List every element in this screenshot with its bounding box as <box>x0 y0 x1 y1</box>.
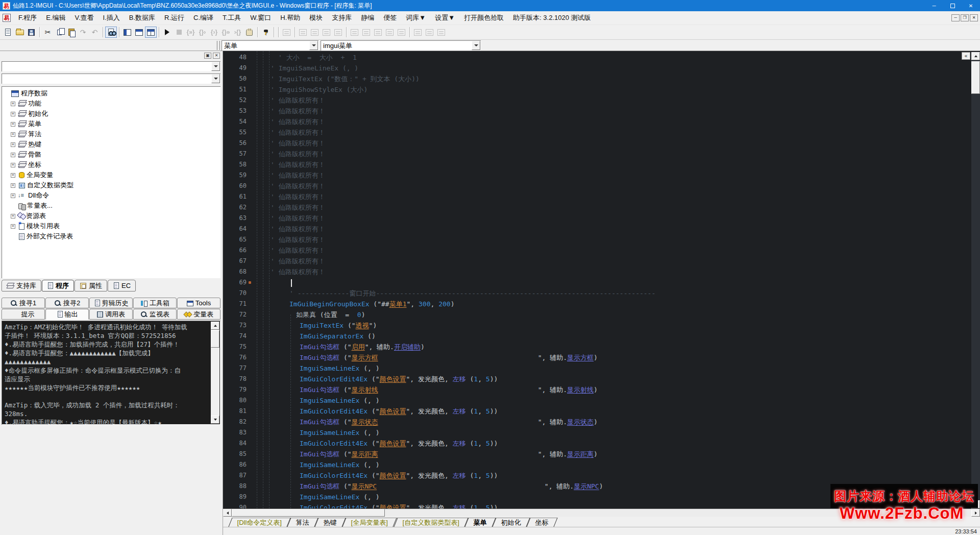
tree-item-骨骼[interactable]: +骨骼 <box>9 150 219 160</box>
toolbar-grip[interactable] <box>216 41 220 50</box>
section-combo-arrow-icon[interactable] <box>309 41 318 50</box>
menu-item-E.编辑[interactable]: E.编辑 <box>41 11 70 25</box>
tab-程序[interactable]: 程序 <box>42 280 74 291</box>
code-line-74[interactable]: 74ImGuiSeparatorEx () <box>223 331 980 342</box>
tab-Tools[interactable]: Tools <box>177 298 220 308</box>
editor-tab-菜单[interactable]: 菜单 <box>464 518 496 527</box>
workspace-combo-1-arrow-icon[interactable] <box>211 62 220 71</box>
tree-item-初始化[interactable]: +初始化 <box>9 109 219 119</box>
menu-item-H.帮助[interactable]: H.帮助 <box>276 11 305 25</box>
menu-item-B.数据库[interactable]: B.数据库 <box>125 11 160 25</box>
code-line-53[interactable]: 53' 仙路版权所有！ <box>223 106 980 116</box>
code-line-58[interactable]: 58' 仙路版权所有！ <box>223 159 980 170</box>
editor-scroll-up-icon[interactable] <box>971 52 980 60</box>
code-line-76[interactable]: 76ImGui勾选框 ("显示方框 ", 辅助.显示方框) <box>223 352 980 363</box>
code-line-67[interactable]: 67' 仙路版权所有！ <box>223 256 980 266</box>
tree-root-program-data[interactable]: 程序数据 <box>3 88 219 99</box>
console-scroll-thumb[interactable] <box>211 330 219 348</box>
subroutine-combo-arrow-icon[interactable] <box>472 41 480 50</box>
editor-tab-全局变量表[interactable]: [全局变量表] <box>342 518 398 527</box>
panel-close-icon[interactable]: ✕ <box>213 53 220 59</box>
code-line-60[interactable]: 60' 仙路版权所有！ <box>223 181 980 191</box>
tree-expand-icon[interactable]: + <box>11 112 15 116</box>
minimize-button[interactable]: ─ <box>925 0 943 11</box>
code-line-81[interactable]: 81ImGuiColorEdit4Ex ("颜色设置", 发光颜色, 左移 (1… <box>223 406 980 417</box>
tab-输出[interactable]: 输出 <box>45 309 89 320</box>
menu-item-V.查看[interactable]: V.查看 <box>70 11 98 25</box>
console-scroll-down-icon[interactable] <box>211 416 219 424</box>
editor-tab-自定义数据类型表[interactable]: [自定义数据类型表] <box>394 518 469 527</box>
tree-item-热键[interactable]: +热键 <box>9 139 219 150</box>
tree-expand-icon[interactable]: + <box>11 132 15 137</box>
tree-item-坐标[interactable]: +坐标 <box>9 160 219 170</box>
code-line-77[interactable]: 77ImguiSameLineEx (, ) <box>223 363 980 374</box>
console-scrollbar[interactable] <box>211 322 219 424</box>
code-line-66[interactable]: 66' 仙路版权所有！ <box>223 245 980 256</box>
mdi-close-button[interactable]: ✕ <box>970 14 978 21</box>
menu-item-设置▼[interactable]: 设置▼ <box>430 11 459 25</box>
code-line-80[interactable]: 80ImguiSameLineEx (, ) <box>223 395 980 406</box>
run-icon[interactable] <box>161 27 173 38</box>
code-line-79[interactable]: 79ImGui勾选框 ("显示射线 ", 辅助.显示射线) <box>223 384 980 395</box>
tab-支持库[interactable]: 支持库 <box>2 280 41 291</box>
tree-item-菜单[interactable]: +菜单 <box>9 119 219 129</box>
cut-icon[interactable]: ✂ <box>42 27 54 38</box>
code-line-49[interactable]: 49' ImguiSameLineEx (, ) <box>223 63 980 74</box>
menu-item-词库▼[interactable]: 词库▼ <box>401 11 430 25</box>
find-icon[interactable] <box>105 27 117 38</box>
code-line-85[interactable]: 85ImGui勾选框 ("显示距离 ", 辅助.显示距离) <box>223 449 980 459</box>
code-line-68[interactable]: 68' 仙路版权所有！ <box>223 266 980 277</box>
code-line-62[interactable]: 62' 仙路版权所有！ <box>223 202 980 213</box>
tree-expand-icon[interactable]: + <box>11 163 15 167</box>
panel-dock-icon[interactable]: ▣ <box>204 53 211 59</box>
editor-scroll-right-icon[interactable] <box>971 509 980 517</box>
section-combo[interactable]: 菜单 <box>222 40 318 51</box>
code-line-61[interactable]: 61' 仙路版权所有！ <box>223 191 980 202</box>
code-line-75[interactable]: 75ImGui勾选框 ("启用", 辅助.开启辅助) <box>223 342 980 352</box>
code-line-56[interactable]: 56' 仙路版权所有！ <box>223 138 980 149</box>
menu-item-C.编译[interactable]: C.编译 <box>189 11 218 25</box>
mdi-restore-button[interactable]: ❐ <box>961 14 969 21</box>
new-file-icon[interactable] <box>2 27 14 38</box>
workspace-combo-1[interactable] <box>2 61 220 71</box>
code-line-70[interactable]: 70' -------------窗口开始-------------------… <box>223 288 980 299</box>
tab-工具箱[interactable]: 工具箱 <box>133 298 177 308</box>
code-line-55[interactable]: 55' 仙路版权所有！ <box>223 127 980 138</box>
tree-item-外部文件记录表[interactable]: 外部文件记录表 <box>9 231 219 241</box>
code-line-84[interactable]: 84ImGuiColorEdit4Ex ("颜色设置", 发光颜色, 左移 (1… <box>223 438 980 449</box>
editor-tab-算法[interactable]: 算法 <box>287 518 318 527</box>
pause-hand-icon[interactable] <box>243 27 255 38</box>
menu-item-R.运行[interactable]: R.运行 <box>160 11 189 25</box>
maximize-button[interactable] <box>943 0 962 11</box>
tab-搜寻1[interactable]: 搜寻1 <box>2 298 45 308</box>
menu-item-打开颜色拾取[interactable]: 打开颜色拾取 <box>459 11 508 25</box>
tree-expand-icon[interactable]: + <box>11 102 15 106</box>
menu-item-I.插入[interactable]: I.插入 <box>99 11 125 25</box>
editor-tab-初始化[interactable]: 初始化 <box>492 518 530 527</box>
code-line-72[interactable]: 72如果真 (位置 = 0) <box>223 309 980 320</box>
tree-item-算法[interactable]: +算法 <box>9 129 219 139</box>
tab-剪辑历史[interactable]: 剪辑历史 <box>89 298 133 308</box>
tree-expand-icon[interactable]: + <box>11 183 15 188</box>
editor-tab-热键[interactable]: 热键 <box>315 518 346 527</box>
tree-item-功能[interactable]: +功能 <box>9 99 219 109</box>
code-area[interactable]: « 48' 大小 = 大小 + 149' ImguiSameLineEx (, … <box>223 51 980 508</box>
menu-item-模块[interactable]: 模块 <box>305 11 327 25</box>
workspace-combo-2-arrow-icon[interactable] <box>211 74 220 83</box>
code-line-78[interactable]: 78ImGuiColorEdit4Ex ("颜色设置", 发光颜色, 左移 (1… <box>223 374 980 384</box>
code-line-48[interactable]: 48' 大小 = 大小 + 1 <box>223 52 980 63</box>
tree-expand-icon[interactable]: + <box>11 122 15 127</box>
tab-监视表[interactable]: 监视表 <box>133 309 177 320</box>
tab-调用表[interactable]: 调用表 <box>89 309 133 320</box>
tab-属性[interactable]: 属性 <box>75 280 107 291</box>
open-file-icon[interactable] <box>14 27 26 38</box>
close-button[interactable]: ✕ <box>962 0 980 11</box>
console-scroll-up-icon[interactable] <box>211 322 219 330</box>
tree-expand-icon[interactable]: + <box>11 214 15 218</box>
copy-icon[interactable] <box>54 27 65 38</box>
help-find-icon[interactable]: ? <box>260 27 272 38</box>
tree-expand-icon[interactable]: + <box>11 193 15 198</box>
subroutine-combo[interactable]: imgui菜单 <box>321 40 481 51</box>
save-icon[interactable] <box>26 27 37 38</box>
tree-expand-icon[interactable]: + <box>11 173 15 178</box>
